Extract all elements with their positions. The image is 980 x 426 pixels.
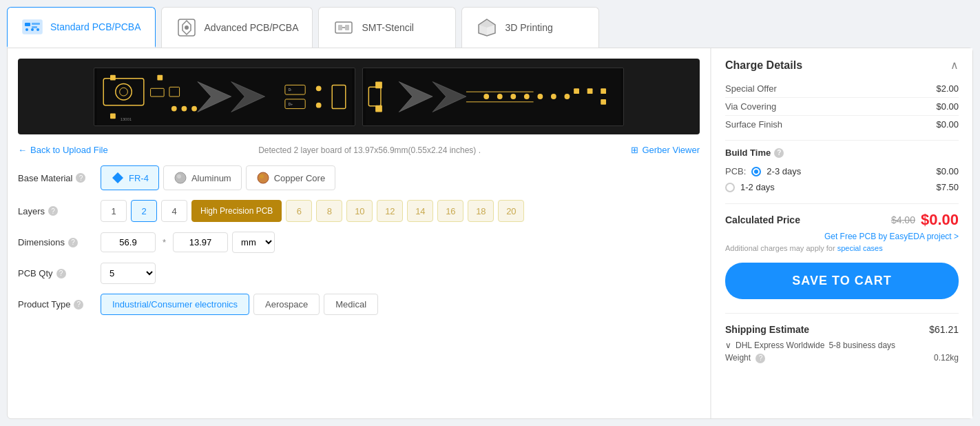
tab-smt[interactable]: SMT-Stencil	[318, 7, 456, 48]
layer-10-btn[interactable]: 10	[346, 200, 373, 222]
shipping-title: Shipping Estimate	[725, 324, 809, 335]
svg-point-49	[524, 94, 530, 99]
svg-point-47	[497, 94, 503, 99]
material-copper-btn[interactable]: Copper Core	[246, 165, 335, 190]
product-industrial-btn[interactable]: Industrial/Consumer electronics	[101, 294, 249, 315]
layers-help[interactable]: ?	[48, 206, 58, 216]
layer-14-btn[interactable]: 14	[407, 200, 433, 222]
build-option-12days[interactable]: 1-2 days $7.50	[725, 179, 959, 195]
svg-point-6	[37, 28, 39, 31]
old-price: $4.00	[891, 214, 915, 225]
charge-row-surface: Surface Finish $0.00	[725, 116, 959, 133]
dimension-separator: *	[160, 237, 169, 247]
build-option-23days[interactable]: PCB: 2-3 days $0.00	[725, 163, 959, 179]
svg-rect-28	[157, 74, 163, 80]
layer-18-btn[interactable]: 18	[468, 200, 494, 222]
svg-point-31	[191, 105, 197, 111]
calculated-row: Calculated Price $4.00 $0.00	[725, 211, 959, 229]
base-material-row: Base Material ? FR-4	[18, 165, 700, 190]
dimensions-row: Dimensions ? * mm inch	[18, 232, 700, 253]
material-fr4-btn[interactable]: FR-4	[101, 165, 159, 190]
fr4-label: FR-4	[129, 173, 149, 183]
aluminum-label: Aluminum	[191, 173, 231, 183]
pcb-qty-row: PCB Qty ? 5 10 15 20 25 30 50 75 100	[18, 263, 700, 284]
layer-precision-btn[interactable]: High Precision PCB	[191, 200, 282, 222]
product-aerospace-btn[interactable]: Aerospace	[253, 294, 320, 315]
pcb-qty-label: PCB Qty ?	[18, 268, 101, 278]
new-price: $0.00	[921, 211, 959, 229]
svg-text:D-: D-	[289, 88, 293, 92]
standard-pcb-icon	[21, 16, 43, 38]
svg-point-5	[31, 28, 34, 31]
layer-4-btn[interactable]: 4	[161, 200, 187, 222]
pcb-image-right	[362, 68, 624, 126]
product-type-label: Product Type ?	[18, 299, 101, 310]
build-12days-value: $7.50	[936, 182, 959, 192]
radio-23days-selected[interactable]	[751, 167, 761, 176]
shipping-carrier: DHL Express Worldwide	[736, 341, 824, 350]
svg-rect-57	[375, 81, 382, 88]
shipping-chevron-icon[interactable]: ∨	[725, 341, 731, 350]
dimension-height-input[interactable]	[173, 232, 228, 252]
special-cases-link[interactable]: special cases	[837, 244, 883, 252]
svg-rect-54	[587, 88, 593, 94]
via-covering-value: $0.00	[936, 101, 959, 112]
pcb-image-left: 13001 D- D+	[94, 68, 355, 126]
layer-1-btn[interactable]: 1	[101, 200, 127, 222]
svg-rect-12	[345, 25, 349, 30]
right-panel: Charge Details ∧ Special Offer $2.00 Via…	[711, 48, 972, 418]
3d-printing-icon	[476, 17, 498, 39]
base-material-help[interactable]: ?	[76, 173, 85, 183]
svg-rect-58	[375, 105, 382, 112]
weight-help[interactable]: ?	[755, 354, 765, 363]
pcb-qty-help[interactable]: ?	[56, 269, 66, 278]
build-time-help[interactable]: ?	[774, 148, 784, 158]
build-option-left-2: 1-2 days	[725, 182, 775, 192]
calculated-prices: $4.00 $0.00	[891, 211, 959, 229]
tab-advanced-label: Advanced PCB/PCBA	[205, 22, 299, 33]
product-type-help[interactable]: ?	[74, 300, 83, 310]
material-aluminum-btn[interactable]: Aluminum	[163, 165, 242, 190]
layer-20-btn[interactable]: 20	[498, 200, 524, 222]
svg-rect-55	[601, 88, 606, 94]
charge-items: Special Offer $2.00 Via Covering $0.00 S…	[725, 80, 959, 133]
product-type-row: Product Type ? Industrial/Consumer elect…	[18, 294, 700, 315]
radio-12days-unselected[interactable]	[725, 183, 735, 192]
dimensions-label: Dimensions ?	[18, 237, 101, 247]
back-link[interactable]: ← Back to Upload File	[18, 145, 108, 155]
layer-16-btn[interactable]: 16	[437, 200, 463, 222]
pcb-qty-controls: 5 10 15 20 25 30 50 75 100	[101, 263, 700, 284]
tab-advanced[interactable]: Advanced PCB/PCBA	[161, 7, 313, 48]
dimension-unit-select[interactable]: mm inch	[232, 232, 275, 253]
pcb-qty-select[interactable]: 5 10 15 20 25 30 50 75 100	[101, 263, 156, 284]
back-link-text: Back to Upload File	[30, 145, 108, 155]
gerber-viewer-link[interactable]: ⊞ Gerber Viewer	[631, 145, 700, 155]
shipping-header: Shipping Estimate $61.21	[725, 324, 959, 335]
product-medical-btn[interactable]: Medical	[324, 294, 378, 315]
pcb-label-1: PCB:	[725, 166, 746, 176]
shipping-detail: ∨ DHL Express Worldwide 5-8 business day…	[725, 341, 959, 350]
layer-2-btn[interactable]: 2	[131, 200, 157, 222]
svg-rect-2	[32, 23, 40, 25]
base-material-label: Base Material ?	[18, 173, 101, 183]
svg-text:D+: D+	[289, 102, 293, 105]
svg-rect-11	[338, 25, 342, 30]
tab-3d[interactable]: 3D Printing	[461, 7, 599, 48]
svg-point-9	[185, 26, 189, 30]
dimension-width-input[interactable]	[101, 232, 156, 252]
tab-3d-label: 3D Printing	[505, 22, 552, 33]
build-12days-label: 1-2 days	[740, 182, 775, 192]
free-pcb-link[interactable]: Get Free PCB by EasyEDA project >	[725, 232, 959, 241]
content-area: 13001 D- D+	[7, 48, 973, 419]
dimensions-help[interactable]: ?	[68, 238, 78, 247]
collapse-icon[interactable]: ∧	[950, 59, 959, 72]
layer-12-btn[interactable]: 12	[377, 200, 403, 222]
charge-header: Charge Details ∧	[725, 59, 959, 72]
save-to-cart-button[interactable]: SAVE TO CART	[725, 263, 959, 299]
build-23days-label: 2-3 days	[767, 166, 801, 176]
layer-8-btn[interactable]: 8	[316, 200, 342, 222]
svg-point-51	[551, 94, 556, 99]
svg-point-29	[171, 105, 177, 111]
layer-6-btn[interactable]: 6	[286, 200, 312, 222]
tab-standard[interactable]: Standard PCB/PCBA	[7, 7, 156, 48]
